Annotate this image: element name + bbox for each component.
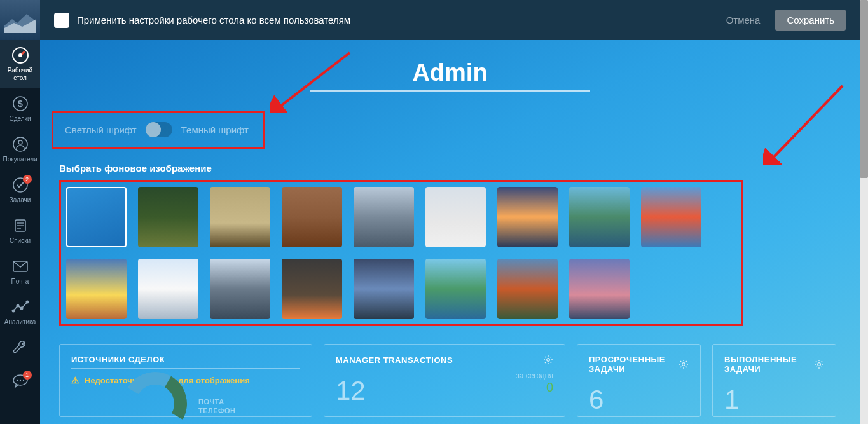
widget-value: 1 xyxy=(724,385,824,415)
bg-thumb-mountains[interactable] xyxy=(569,259,630,319)
sidebar-item-analytics[interactable]: Аналитика xyxy=(0,292,40,332)
bg-thumb-tree[interactable] xyxy=(425,187,486,247)
sub-label: за сегодня xyxy=(516,371,553,380)
legend-item: ТЕЛЕФОН xyxy=(198,407,300,414)
background-section-label: Выбрать фоновое изображение xyxy=(59,163,841,174)
svg-point-21 xyxy=(682,363,685,366)
svg-point-15 xyxy=(25,301,29,304)
bg-thumb-river[interactable] xyxy=(425,259,486,319)
sidebar-item-tasks[interactable]: 2 Задачи xyxy=(0,170,40,210)
widget-overdue-tasks: ПРОСРОЧЕННЫЕ ЗАДАЧИ 6 xyxy=(577,344,701,417)
bg-thumb-balloons[interactable] xyxy=(641,187,701,247)
svg-line-23 xyxy=(278,53,350,108)
header: Применить настройки рабочего стола ко вс… xyxy=(40,0,860,40)
font-toggle-section: Светлый шрифт Темный шрифт xyxy=(52,111,265,149)
badge: 2 xyxy=(23,175,32,184)
sidebar: Рабочий стол $ Сделки Покупатели 2 Задач… xyxy=(0,0,40,424)
svg-point-13 xyxy=(16,304,19,308)
bg-thumb-night-city[interactable] xyxy=(354,259,414,319)
widgets-row: ИСТОЧНИКИ СДЕЛОК ⚠ Недостаточно данных д… xyxy=(59,344,841,417)
cancel-button[interactable]: Отмена xyxy=(720,10,767,30)
widget-completed-tasks: ВЫПОЛНЕННЫЕ ЗАДАЧИ 1 xyxy=(712,344,836,417)
chart-icon xyxy=(11,298,29,316)
gear-icon[interactable] xyxy=(543,355,553,365)
vertical-scrollbar[interactable] xyxy=(860,0,868,424)
font-toggle[interactable] xyxy=(146,122,172,137)
donut-chart xyxy=(116,365,194,424)
svg-point-18 xyxy=(19,380,20,381)
bg-thumb-city[interactable] xyxy=(354,187,414,247)
svg-point-14 xyxy=(20,307,23,310)
sidebar-item-desktop[interactable]: Рабочий стол xyxy=(0,40,40,88)
badge: 1 xyxy=(23,371,32,380)
scroll-thumb[interactable] xyxy=(860,0,868,178)
apply-all-checkbox-wrap[interactable]: Применить настройки рабочего стола ко вс… xyxy=(54,13,350,28)
toggle-knob xyxy=(146,122,161,137)
sidebar-item-deals[interactable]: $ Сделки xyxy=(0,88,40,129)
svg-point-17 xyxy=(16,380,17,381)
bg-thumb-bridge[interactable] xyxy=(66,259,127,319)
apply-all-label: Применить настройки рабочего стола ко вс… xyxy=(77,15,350,25)
list-icon xyxy=(11,217,29,235)
sidebar-item-settings[interactable] xyxy=(0,332,40,366)
apply-all-checkbox[interactable] xyxy=(54,13,69,28)
sidebar-label: Сделки xyxy=(9,115,31,123)
main-content: Admin Светлый шрифт Темный шрифт Выбрать… xyxy=(40,40,860,424)
dollar-icon: $ xyxy=(11,95,29,113)
sidebar-label: Списки xyxy=(10,237,31,245)
gear-icon[interactable] xyxy=(814,359,824,369)
sidebar-logo xyxy=(0,0,40,40)
warning-icon: ⚠ xyxy=(71,375,79,385)
widget-title-text: MANAGER TRANSACTIONS xyxy=(336,355,453,365)
bg-thumb-islands[interactable] xyxy=(569,187,630,247)
page-title: Admin xyxy=(59,59,841,86)
widget-deal-sources: ИСТОЧНИКИ СДЕЛОК ⚠ Недостаточно данных д… xyxy=(59,344,312,417)
bg-thumb-rain[interactable] xyxy=(282,259,342,319)
bg-thumb-ocean[interactable] xyxy=(210,259,270,319)
sidebar-label: Аналитика xyxy=(4,318,36,326)
person-icon xyxy=(11,135,29,153)
widget-title-text: ПРОСРОЧЕННЫЕ ЗАДАЧИ xyxy=(589,355,679,374)
bg-thumb-wood[interactable] xyxy=(282,187,342,247)
bg-thumb-wheat[interactable] xyxy=(210,187,270,247)
widget-title-text: ИСТОЧНИКИ СДЕЛОК xyxy=(71,355,165,364)
annotation-arrow-2 xyxy=(763,83,846,165)
svg-point-5 xyxy=(18,140,22,144)
chat-icon: 1 xyxy=(11,372,29,390)
font-dark-label: Темный шрифт xyxy=(181,125,249,135)
svg-point-20 xyxy=(547,359,550,362)
svg-line-24 xyxy=(771,86,843,160)
widget-manager-transactions: MANAGER TRANSACTIONS 12 за сегодня 0 xyxy=(324,344,565,417)
svg-point-22 xyxy=(818,363,821,366)
sidebar-item-mail[interactable]: Почта xyxy=(0,251,40,292)
svg-text:$: $ xyxy=(18,99,23,109)
envelope-icon xyxy=(11,257,29,275)
svg-point-19 xyxy=(22,380,24,381)
bg-thumb-clouds[interactable] xyxy=(138,259,198,319)
save-button[interactable]: Сохранить xyxy=(775,10,846,31)
sidebar-label: Задачи xyxy=(10,196,31,204)
bg-thumb-sunset[interactable] xyxy=(497,187,558,247)
legend: ПОЧТА ТЕЛЕФОН xyxy=(198,398,300,414)
sub-value: 0 xyxy=(516,380,553,395)
sidebar-item-buyers[interactable]: Покупатели xyxy=(0,129,40,170)
bg-thumb-forest[interactable] xyxy=(138,187,198,247)
bg-thumb-autumn[interactable] xyxy=(497,259,558,319)
svg-point-12 xyxy=(11,310,15,313)
gear-icon[interactable] xyxy=(679,359,689,369)
sidebar-item-lists[interactable]: Списки xyxy=(0,210,40,251)
checkmark-icon: 2 xyxy=(11,176,29,194)
wrench-icon xyxy=(11,339,29,357)
annotation-arrow-1 xyxy=(270,50,353,113)
font-light-label: Светлый шрифт xyxy=(65,125,137,135)
sidebar-label: Покупатели xyxy=(3,156,37,163)
warning-row: ⚠ Недостаточно данных для отображения xyxy=(71,375,300,385)
gauge-icon xyxy=(11,46,29,64)
widget-title-text: ВЫПОЛНЕННЫЕ ЗАДАЧИ xyxy=(724,355,814,374)
sidebar-label: Рабочий стол xyxy=(1,67,39,82)
background-thumbnails xyxy=(59,180,743,326)
svg-point-1 xyxy=(18,53,22,57)
sidebar-item-chat[interactable]: 1 xyxy=(0,366,40,399)
bg-thumb-gradient[interactable] xyxy=(66,187,127,247)
widget-value: 6 xyxy=(589,385,689,415)
